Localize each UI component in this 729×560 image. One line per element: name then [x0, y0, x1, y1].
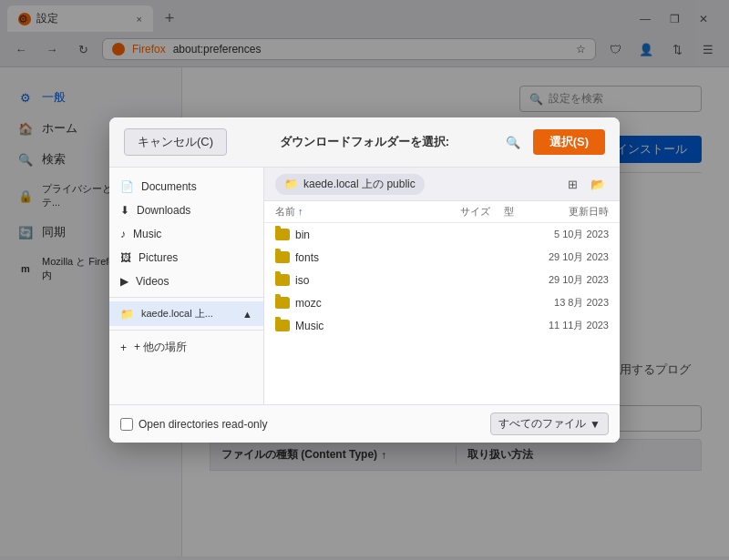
dialog-sidebar-label-downloads: Downloads [137, 204, 190, 217]
dialog-current-path: 📁 kaede.local 上の public [275, 174, 425, 195]
dialog-overlay: キャンセル(C) ダウンロードフォルダーを選択: 🔍 選択(S) 📄 Docum… [0, 0, 729, 560]
dialog-sidebar-documents[interactable]: 📄 Documents [109, 175, 263, 199]
dialog-sidebar-label-other: + 他の場所 [134, 340, 187, 355]
dialog-view-buttons: ⊞ 📂 [561, 173, 609, 195]
dialog-sidebar-label-music: Music [133, 228, 161, 240]
read-only-label: Open directories read-only [139, 418, 267, 431]
folder-icon [275, 297, 290, 309]
file-date: 29 10月 2023 [527, 250, 609, 264]
file-list-header: 名前 ↑ サイズ 型 更新日時 [264, 201, 620, 223]
read-only-checkbox-area: Open directories read-only [120, 418, 267, 431]
file-name: fonts [295, 251, 436, 264]
file-row[interactable]: Music 11 11月 2023 [264, 314, 620, 337]
file-filter-dropdown[interactable]: すべてのファイル ▼ [490, 412, 609, 435]
eject-icon[interactable]: ▲ [242, 309, 252, 320]
pictures-icon: 🖼 [120, 251, 131, 264]
dialog-sidebar-videos[interactable]: ▶ Videos [109, 270, 263, 293]
folder-icon [275, 274, 290, 286]
filter-label: すべてのファイル [498, 416, 586, 432]
col-header-type: 型 [490, 205, 527, 219]
file-row[interactable]: mozc 13 8月 2023 [264, 291, 620, 314]
kaede-folder-icon: 📁 [120, 308, 134, 321]
new-folder-button[interactable]: 📂 [587, 173, 609, 195]
videos-icon: ▶ [120, 275, 128, 288]
dialog-sidebar-pictures[interactable]: 🖼 Pictures [109, 246, 263, 270]
dialog-sidebar-label-pictures: Pictures [139, 251, 178, 264]
filter-arrow-icon: ▼ [590, 418, 601, 431]
dialog-sidebar: 📄 Documents ⬇ Downloads ♪ Music 🖼 Pictur… [109, 168, 264, 404]
dialog-footer: Open directories read-only すべてのファイル ▼ [109, 404, 620, 443]
file-name: iso [295, 274, 436, 287]
file-name: Music [295, 320, 436, 332]
file-date: 29 10月 2023 [527, 273, 609, 287]
sidebar-divider2 [109, 330, 263, 331]
file-date: 11 11月 2023 [527, 319, 609, 332]
dialog-sidebar-label-videos: Videos [136, 275, 169, 288]
file-date: 5 10月 2023 [527, 228, 609, 241]
dialog-header: キャンセル(C) ダウンロードフォルダーを選択: 🔍 選択(S) [109, 117, 620, 168]
file-name: mozc [295, 297, 436, 310]
file-row[interactable]: bin 5 10月 2023 [264, 223, 620, 246]
dialog-search-button[interactable]: 🔍 [502, 131, 524, 153]
file-rows: bin 5 10月 2023 fonts 29 10月 2023 iso 29 … [264, 223, 620, 337]
dialog-body: 📄 Documents ⬇ Downloads ♪ Music 🖼 Pictur… [109, 168, 620, 404]
dialog-sidebar-other[interactable]: + + 他の場所 [109, 334, 263, 361]
dialog-cancel-button[interactable]: キャンセル(C) [124, 128, 227, 156]
file-row[interactable]: fonts 29 10月 2023 [264, 246, 620, 269]
file-chooser-dialog: キャンセル(C) ダウンロードフォルダーを選択: 🔍 選択(S) 📄 Docum… [109, 117, 620, 443]
col-header-name: 名前 ↑ [275, 205, 436, 219]
dialog-path-bar: 📁 kaede.local 上の public ⊞ 📂 [264, 168, 620, 201]
col-header-size: サイズ [436, 205, 490, 219]
plus-icon: + [120, 341, 127, 354]
folder-icon [275, 251, 290, 263]
downloads-icon: ⬇ [120, 204, 129, 217]
col-header-date: 更新日時 [527, 205, 609, 219]
file-row[interactable]: iso 29 10月 2023 [264, 269, 620, 291]
dialog-sidebar-label-documents: Documents [141, 180, 197, 193]
read-only-checkbox[interactable] [120, 418, 133, 431]
dialog-file-list: 名前 ↑ サイズ 型 更新日時 bin 5 10月 2023 fonts 29 … [264, 201, 620, 404]
dialog-sidebar-kaede[interactable]: 📁 kaede.local 上... ▲ [109, 301, 263, 326]
dialog-main: 📁 kaede.local 上の public ⊞ 📂 名前 ↑ [264, 168, 620, 404]
grid-view-button[interactable]: ⊞ [561, 173, 583, 195]
music-icon: ♪ [120, 228, 126, 240]
file-date: 13 8月 2023 [527, 296, 609, 310]
file-name: bin [295, 229, 436, 241]
documents-icon: 📄 [120, 180, 134, 193]
folder-icon [275, 229, 290, 240]
dialog-select-button[interactable]: 選択(S) [533, 129, 605, 155]
dialog-path-label: kaede.local 上の public [303, 177, 416, 192]
dialog-sidebar-music[interactable]: ♪ Music [109, 222, 263, 246]
path-folder-icon: 📁 [284, 178, 298, 190]
folder-icon [275, 320, 290, 331]
dialog-sidebar-downloads[interactable]: ⬇ Downloads [109, 199, 263, 222]
sidebar-divider [109, 297, 263, 298]
dialog-sidebar-label-kaede: kaede.local 上... [141, 307, 213, 321]
dialog-title: ダウンロードフォルダーを選択: [236, 134, 493, 150]
